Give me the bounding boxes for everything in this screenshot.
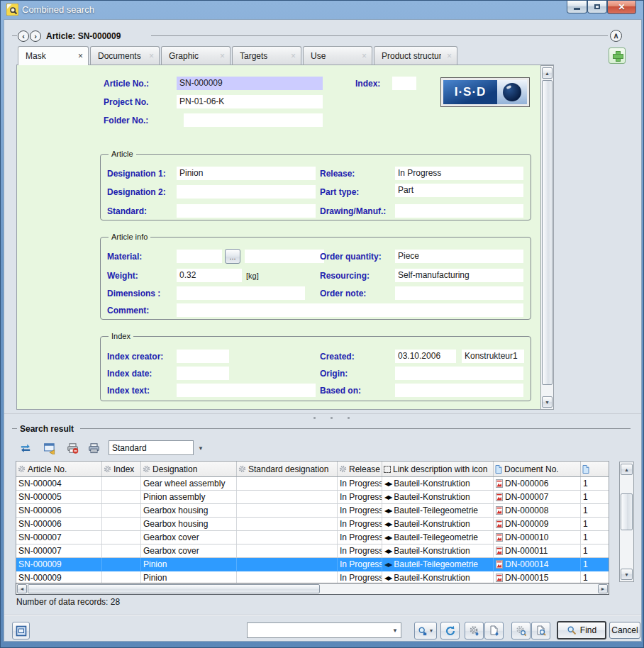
drawing-manuf-field[interactable] <box>395 204 523 218</box>
cell-count[interactable]: 1 <box>581 491 609 503</box>
column-header-icon[interactable] <box>581 462 609 476</box>
resourcing-field[interactable]: Self-manufacturing <box>395 269 523 282</box>
cell-count[interactable]: 1 <box>581 558 609 571</box>
designation2-field[interactable] <box>177 185 316 199</box>
cell-article-no[interactable]: SN-000009 <box>16 571 102 583</box>
cell-link[interactable]: ◀▶Bauteil-Teilegeometrie <box>382 504 494 517</box>
window-mode-button[interactable] <box>12 622 30 639</box>
cell-designation[interactable]: Pinion <box>141 558 237 571</box>
table-row[interactable]: SN-000009PinionIn Progress◀▶Bauteil-Kons… <box>16 571 609 583</box>
cell-release[interactable]: In Progress <box>338 518 382 530</box>
splitter-handle[interactable] <box>313 417 316 419</box>
cell-article-no[interactable]: SN-000007 <box>16 531 102 544</box>
cell-standard-designation[interactable] <box>237 477 338 490</box>
splitter-handle[interactable] <box>348 417 350 419</box>
cell-index[interactable] <box>102 571 141 583</box>
part-type-field[interactable]: Part <box>395 184 523 197</box>
add-tab-button[interactable] <box>609 48 626 64</box>
weight-field[interactable]: 0.32 <box>177 269 242 282</box>
cell-count[interactable]: 1 <box>581 504 609 517</box>
release-field[interactable]: In Progress <box>395 167 523 180</box>
nav-back-button[interactable]: ‹ <box>18 30 29 42</box>
maximize-button[interactable] <box>587 1 607 13</box>
tab-close-icon[interactable]: × <box>362 52 367 60</box>
cancel-print-button[interactable] <box>63 440 82 457</box>
cell-link[interactable]: ◀▶Bauteil-Teilegeometrie <box>382 531 494 544</box>
index-field[interactable] <box>392 77 416 90</box>
cell-article-no[interactable]: SN-000009 <box>16 558 102 571</box>
based-on-field[interactable] <box>395 384 523 397</box>
cell-standard-designation[interactable] <box>237 531 338 544</box>
chevron-down-icon[interactable]: ▼ <box>198 445 204 452</box>
cell-index[interactable] <box>102 504 141 517</box>
tab-close-icon[interactable]: × <box>291 52 296 60</box>
cell-count[interactable]: 1 <box>581 477 609 490</box>
tab-close-icon[interactable]: × <box>220 52 225 60</box>
table-row[interactable]: SN-000007Gearbox coverIn Progress◀▶Baute… <box>16 531 609 544</box>
refresh-results-button[interactable] <box>16 440 35 457</box>
scroll-right-icon[interactable]: ► <box>598 584 608 593</box>
cell-index[interactable] <box>102 477 141 490</box>
designation1-field[interactable]: Pinion <box>177 167 316 180</box>
cell-count[interactable]: 1 <box>581 518 609 530</box>
index-text-field[interactable] <box>177 384 316 397</box>
cell-standard-designation[interactable] <box>237 558 338 571</box>
cell-document-no[interactable]: DN-000010 <box>494 531 581 544</box>
nav-forward-button[interactable]: › <box>30 30 41 42</box>
cell-index[interactable] <box>102 491 141 503</box>
cell-index[interactable] <box>102 518 141 530</box>
tab-close-icon[interactable]: × <box>149 52 154 60</box>
dimensions-field[interactable] <box>177 286 305 300</box>
cell-document-no[interactable]: DN-000006 <box>494 477 581 490</box>
cell-count[interactable]: 1 <box>581 544 609 557</box>
tab-use[interactable]: Use× <box>303 46 372 65</box>
scroll-left-icon[interactable]: ◄ <box>17 584 27 593</box>
cell-document-no[interactable]: DN-000009 <box>494 518 581 530</box>
tab-graphic[interactable]: Graphic× <box>161 46 231 65</box>
cell-link[interactable]: ◀▶Bauteil-Konstruktion <box>382 518 494 530</box>
cell-index[interactable] <box>102 544 141 557</box>
new-article-button[interactable] <box>465 622 484 639</box>
column-header-index[interactable]: Index <box>102 462 141 476</box>
material-browse-button[interactable]: ... <box>225 249 240 264</box>
column-header-release-s[interactable]: Release s <box>338 462 382 476</box>
article-no-field[interactable]: SN-000009 <box>177 77 323 90</box>
table-row[interactable]: SN-000007Gearbox coverIn Progress◀▶Baute… <box>16 544 609 558</box>
minimize-button[interactable] <box>567 1 587 13</box>
cell-standard-designation[interactable] <box>237 491 338 503</box>
scroll-up-icon[interactable]: ▲ <box>542 67 553 79</box>
table-hscrollbar[interactable]: ◄ ► <box>16 583 609 595</box>
result-preset-combo[interactable]: Standard <box>109 440 194 455</box>
table-row[interactable]: SN-000006Gearbox housingIn Progress◀▶Bau… <box>16 518 609 531</box>
cell-index[interactable] <box>102 531 141 544</box>
scroll-down-icon[interactable]: ▼ <box>542 396 553 408</box>
cell-document-no[interactable]: DN-000014 <box>494 558 581 571</box>
column-header-document-no[interactable]: Document No. <box>494 462 581 476</box>
cell-release[interactable]: In Progress <box>338 491 382 503</box>
created-date-field[interactable]: 03.10.2006 <box>395 350 456 363</box>
cell-count[interactable]: 1 <box>581 531 609 544</box>
find-button[interactable]: Find <box>557 621 606 639</box>
column-header-designation[interactable]: Designation <box>141 462 237 476</box>
cell-designation[interactable]: Gearbox cover <box>141 531 237 544</box>
cell-release[interactable]: In Progress <box>338 531 382 544</box>
order-quantity-field[interactable]: Piece <box>395 250 523 263</box>
cell-designation[interactable]: Gearbox housing <box>141 518 237 530</box>
tab-close-icon[interactable]: × <box>447 52 452 60</box>
index-creator-field[interactable] <box>177 350 229 363</box>
export-view-button[interactable] <box>40 440 59 457</box>
cancel-button[interactable]: Cancel <box>609 622 640 639</box>
cell-standard-designation[interactable] <box>237 518 338 530</box>
cell-designation[interactable]: Gear wheel assembly <box>141 477 237 490</box>
print-list-button[interactable] <box>84 440 103 457</box>
cell-link[interactable]: ◀▶Bauteil-Konstruktion <box>382 491 494 503</box>
table-row[interactable]: SN-000005Pinion assemblyIn Progress◀▶Bau… <box>16 491 609 504</box>
cell-designation[interactable]: Gearbox cover <box>141 544 237 557</box>
cell-designation[interactable]: Gearbox housing <box>141 504 237 517</box>
close-button[interactable]: ✕ <box>607 1 636 14</box>
cell-document-no[interactable]: DN-000007 <box>494 491 581 503</box>
index-date-field[interactable] <box>177 367 229 380</box>
cell-link[interactable]: ◀▶Bauteil-Konstruktion <box>382 544 494 557</box>
cell-count[interactable]: 1 <box>581 571 609 583</box>
cell-document-no[interactable]: DN-000015 <box>494 571 581 583</box>
